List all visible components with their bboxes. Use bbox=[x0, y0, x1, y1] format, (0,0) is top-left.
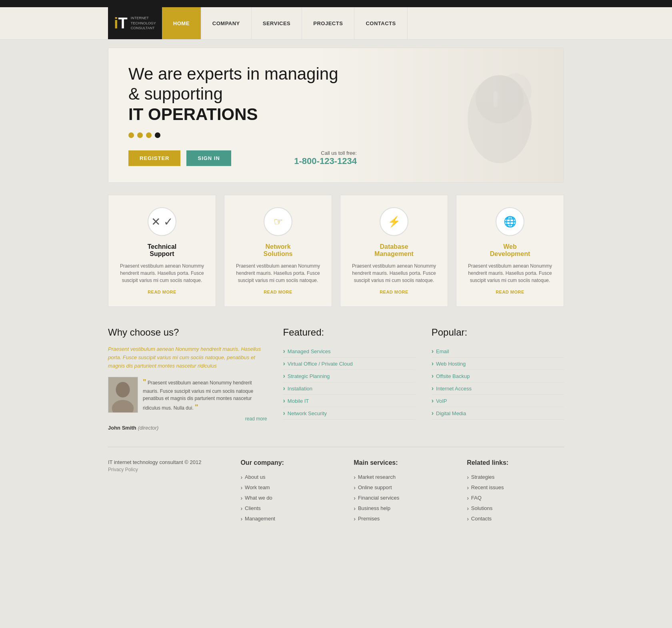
nav-home[interactable]: HOME bbox=[162, 7, 201, 39]
nav-services[interactable]: SERVICES bbox=[252, 7, 302, 39]
middle-section: Why choose us? Praesent vestibulum aenea… bbox=[0, 319, 672, 446]
why-highlight: Praesent vestibulum aenean Nonummy hendr… bbox=[108, 345, 267, 370]
footer-related-links-list: Strategies Recent issues FAQ Solutions C… bbox=[467, 472, 564, 524]
technical-support-icon: ✕ ✓ bbox=[148, 207, 176, 236]
database-management-icon: ⚡ bbox=[380, 207, 408, 236]
popular-item-4[interactable]: VoIP bbox=[432, 395, 564, 407]
why-choose-us: Why choose us? Praesent vestibulum aenea… bbox=[108, 327, 267, 430]
web-development-readmore[interactable]: READ MORE bbox=[464, 290, 556, 294]
dot-2[interactable] bbox=[137, 132, 143, 138]
call-label: Call us toll free: bbox=[294, 150, 357, 156]
web-development-desc: Praesent vestibulum aenean Nonummy hendr… bbox=[464, 262, 556, 284]
footer-solutions[interactable]: Solutions bbox=[467, 503, 564, 514]
hero-title: We are experts in managing & supporting … bbox=[128, 64, 357, 124]
footer-recent-issues[interactable]: Recent issues bbox=[467, 482, 564, 493]
featured-item-3[interactable]: Installation bbox=[283, 382, 416, 395]
call-number: 1-800-123-1234 bbox=[294, 156, 357, 166]
footer-brand-name: IT internet technology consultant © 2012 bbox=[108, 459, 224, 465]
featured-item-2[interactable]: Strategic Planning bbox=[283, 370, 416, 382]
footer-our-company: Our company: About us Work team What we … bbox=[240, 459, 338, 524]
open-quote: " bbox=[143, 378, 146, 386]
dot-4[interactable] bbox=[155, 132, 160, 138]
features-section: ✕ ✓ TechnicalSupport Praesent vestibulum… bbox=[0, 191, 672, 319]
hero-line2: & supporting bbox=[128, 84, 223, 103]
footer-what-we-do[interactable]: What we do bbox=[240, 493, 338, 503]
person-svg bbox=[108, 377, 138, 413]
feature-technical-support: ✕ ✓ TechnicalSupport Praesent vestibulum… bbox=[108, 195, 216, 307]
feature-web-development: 🌐 WebDevelopment Praesent vestibulum aen… bbox=[456, 195, 564, 307]
top-bar bbox=[0, 0, 672, 7]
featured-title: Featured: bbox=[283, 327, 416, 338]
feature-network-solutions: ☞ NetworkSolutions Praesent vestibulum a… bbox=[224, 195, 332, 307]
footer-online-support[interactable]: Online support bbox=[354, 482, 451, 493]
web-development-title: WebDevelopment bbox=[464, 243, 556, 258]
footer-contacts[interactable]: Contacts bbox=[467, 514, 564, 524]
footer-faq[interactable]: FAQ bbox=[467, 493, 564, 503]
footer-business-help[interactable]: Business help bbox=[354, 503, 451, 514]
why-person: John Smith (director) bbox=[108, 425, 267, 431]
footer-strategies[interactable]: Strategies bbox=[467, 472, 564, 482]
popular-item-0[interactable]: Email bbox=[432, 345, 564, 358]
logo[interactable]: iT INTERNET TECHNOLOGY CONSULTANT bbox=[108, 7, 162, 39]
footer-market-research[interactable]: Market research bbox=[354, 472, 451, 482]
technical-support-title: TechnicalSupport bbox=[116, 243, 208, 258]
dot-3[interactable] bbox=[146, 132, 152, 138]
footer-financial-services[interactable]: Financial services bbox=[354, 493, 451, 503]
footer-main-services: Main services: Market research Online su… bbox=[354, 459, 451, 524]
featured-item-5[interactable]: Network Security bbox=[283, 407, 416, 420]
popular-item-2[interactable]: Offsite Backup bbox=[432, 370, 564, 382]
database-management-readmore[interactable]: READ MORE bbox=[348, 290, 440, 294]
footer-premises[interactable]: Premises bbox=[354, 514, 451, 524]
footer-our-company-title: Our company: bbox=[240, 459, 338, 466]
signin-button[interactable]: SIGN IN bbox=[186, 150, 231, 166]
web-development-icon: 🌐 bbox=[496, 207, 524, 236]
technical-support-readmore[interactable]: READ MORE bbox=[116, 290, 208, 294]
footer-main-services-list: Market research Online support Financial… bbox=[354, 472, 451, 524]
popular-item-5[interactable]: Digital Media bbox=[432, 407, 564, 420]
network-solutions-icon: ☞ bbox=[264, 207, 292, 236]
svg-point-3 bbox=[500, 73, 532, 109]
logo-tagline: INTERNET TECHNOLOGY CONSULTANT bbox=[131, 16, 156, 31]
nav-company[interactable]: COMPANY bbox=[201, 7, 252, 39]
popular-item-3[interactable]: Internet Access bbox=[432, 382, 564, 395]
hero-line3: IT OPERATIONS bbox=[128, 105, 258, 124]
popular-section: Popular: Email Web Hosting Offsite Backu… bbox=[432, 327, 564, 430]
footer-main-services-title: Main services: bbox=[354, 459, 451, 466]
feature-database-management: ⚡ DatabaseManagement Praesent vestibulum… bbox=[340, 195, 448, 307]
hero-wrapper: We are experts in managing & supporting … bbox=[0, 40, 672, 191]
main-nav: HOME COMPANY SERVICES PROJECTS CONTACTS bbox=[162, 7, 408, 39]
hero-mouse-graphic bbox=[436, 67, 564, 163]
footer-clients[interactable]: Clients bbox=[240, 503, 338, 514]
why-title: Why choose us? bbox=[108, 327, 267, 338]
featured-item-4[interactable]: Mobile IT bbox=[283, 395, 416, 407]
why-read-more[interactable]: read more bbox=[143, 416, 267, 422]
featured-list: Managed Services Virtual Office / Privat… bbox=[283, 345, 416, 420]
featured-item-1[interactable]: Virtual Office / Private Cloud bbox=[283, 358, 416, 370]
nav-projects[interactable]: PROJECTS bbox=[302, 7, 354, 39]
header: iT INTERNET TECHNOLOGY CONSULTANT HOME C… bbox=[0, 7, 672, 40]
featured-item-0[interactable]: Managed Services bbox=[283, 345, 416, 358]
hero-content: We are experts in managing & supporting … bbox=[128, 64, 357, 166]
footer-management[interactable]: Management bbox=[240, 514, 338, 524]
features-grid: ✕ ✓ TechnicalSupport Praesent vestibulum… bbox=[108, 195, 564, 307]
avatar bbox=[108, 377, 138, 413]
footer-privacy[interactable]: Privacy Policy bbox=[108, 467, 224, 472]
register-button[interactable]: REGISTER bbox=[128, 150, 180, 166]
footer-related-links-title: Related links: bbox=[467, 459, 564, 466]
logo-it: iT bbox=[114, 16, 128, 31]
dot-1[interactable] bbox=[128, 132, 134, 138]
nav-contacts[interactable]: CONTACTS bbox=[354, 7, 407, 39]
svg-point-5 bbox=[116, 382, 130, 397]
footer-about-us[interactable]: About us bbox=[240, 472, 338, 482]
network-solutions-desc: Praesent vestibulum aenean Nonummy hendr… bbox=[232, 262, 324, 284]
footer-work-team[interactable]: Work team bbox=[240, 482, 338, 493]
technical-support-desc: Praesent vestibulum aenean Nonummy hendr… bbox=[116, 262, 208, 284]
popular-list: Email Web Hosting Offsite Backup Interne… bbox=[432, 345, 564, 420]
close-quote: " bbox=[195, 403, 198, 411]
network-solutions-title: NetworkSolutions bbox=[232, 243, 324, 258]
popular-item-1[interactable]: Web Hosting bbox=[432, 358, 564, 370]
footer-brand: IT internet technology consultant © 2012… bbox=[108, 459, 224, 524]
why-body: " Praesent vestibulum aenean Nonummy hen… bbox=[108, 377, 267, 422]
database-management-title: DatabaseManagement bbox=[348, 243, 440, 258]
network-solutions-readmore[interactable]: READ MORE bbox=[232, 290, 324, 294]
